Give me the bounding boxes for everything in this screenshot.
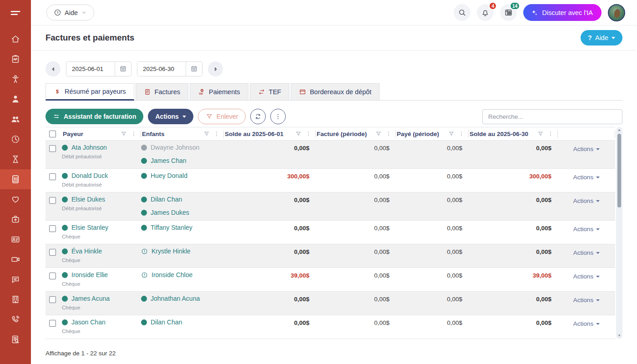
column-header-solde-au-2025-06-01[interactable]: Solde au 2025-06-01 xyxy=(224,130,316,138)
payer-link[interactable]: Jason Chan xyxy=(71,318,106,326)
sidebar-item-report[interactable] xyxy=(0,329,31,349)
column-header-enfants[interactable]: Enfants xyxy=(141,130,224,138)
sidebar-item-video[interactable] xyxy=(0,249,31,269)
payer-status-dot xyxy=(62,145,68,151)
remove-filter-button[interactable]: Enlever xyxy=(198,109,246,124)
sidebar-item-medkit[interactable] xyxy=(0,209,31,229)
child-link[interactable]: Dilan Chan xyxy=(151,318,182,326)
payer-link[interactable]: Donald Duck xyxy=(71,172,108,179)
column-header-facture-periode[interactable]: Facturé (période) xyxy=(316,130,396,138)
row-checkbox[interactable] xyxy=(49,173,56,180)
page-help-button[interactable]: Aide xyxy=(581,30,622,46)
payer-status-dot xyxy=(62,197,68,202)
select-all-checkbox[interactable] xyxy=(49,131,56,137)
caret-down-icon xyxy=(596,228,600,230)
tab-factures[interactable]: Factures xyxy=(136,83,188,101)
child-link[interactable]: James Dukes xyxy=(151,209,189,216)
deposit-icon xyxy=(299,88,306,96)
chevron-down-icon xyxy=(81,10,87,15)
dollar-icon: $ xyxy=(54,88,61,95)
sidebar-item-building[interactable] xyxy=(0,289,31,309)
schedule-button[interactable]: 14 xyxy=(500,4,517,21)
previous-period-button[interactable] xyxy=(46,61,61,76)
column-header-paye-periode[interactable]: Payé (période) xyxy=(396,130,469,138)
end-date-calendar-button[interactable] xyxy=(186,62,202,76)
column-header-icons xyxy=(535,131,557,137)
chat-ai-button[interactable]: Discuter avec l'IA xyxy=(523,4,602,21)
row-actions-button[interactable]: Actions xyxy=(573,174,600,181)
child-link[interactable]: Ironside Chloe xyxy=(152,271,192,278)
tab-bordereaux-de-depot[interactable]: Bordereaux de dépôt xyxy=(291,83,379,101)
sidebar-item-activity[interactable] xyxy=(0,49,31,69)
sidebar-item-clock[interactable] xyxy=(0,129,31,149)
hamburger-menu-button[interactable] xyxy=(0,0,31,26)
actions-dropdown-button[interactable]: Actions xyxy=(148,109,193,124)
opening-balance-value: 0,00$ xyxy=(224,318,316,334)
child-link[interactable]: Huey Donald xyxy=(151,172,187,179)
child-link[interactable]: Dwayne Johnson xyxy=(151,144,199,151)
child-link[interactable]: Dilan Chan xyxy=(151,196,182,203)
sidebar-item-heart[interactable] xyxy=(0,189,31,209)
table-vertical-scrollbar[interactable]: ▲ ▼ xyxy=(616,127,622,339)
payer-link[interactable]: James Acuna xyxy=(71,295,110,302)
sidebar-item-chat[interactable] xyxy=(0,269,31,289)
sidebar-item-families[interactable] xyxy=(0,109,31,129)
child-link[interactable]: James Chan xyxy=(151,157,187,164)
triangle-right-icon xyxy=(212,66,219,73)
child-link[interactable]: Tiffany Stanley xyxy=(151,224,192,231)
sidebar-item-hourglass[interactable] xyxy=(0,149,31,169)
scrollbar-thumb[interactable] xyxy=(617,134,621,207)
payer-link[interactable]: Elsie Dukes xyxy=(71,196,105,203)
row-checkbox[interactable] xyxy=(49,320,56,327)
row-actions-button[interactable]: Actions xyxy=(573,197,600,204)
more-options-button[interactable] xyxy=(270,109,286,124)
payer-link[interactable]: Elsie Stanley xyxy=(71,224,108,231)
user-avatar[interactable] xyxy=(608,4,625,21)
tab-resume-par-payeurs[interactable]: $Résumé par payeurs xyxy=(46,83,134,101)
sidebar-item-idcard[interactable] xyxy=(0,229,31,249)
scrollbar-up-arrow[interactable]: ▲ xyxy=(616,128,622,132)
row-actions-button[interactable]: Actions xyxy=(573,273,600,280)
column-header-payeur[interactable]: Payeur xyxy=(62,130,141,138)
sidebar-item-home[interactable] xyxy=(0,29,31,49)
start-date-calendar-button[interactable] xyxy=(115,62,131,76)
search-button[interactable] xyxy=(454,4,470,21)
help-dropdown-button[interactable]: ? Aide xyxy=(46,5,94,20)
row-actions-button[interactable]: Actions xyxy=(573,249,600,256)
payer-link[interactable]: Ironside Ellie xyxy=(71,271,108,278)
row-checkbox[interactable] xyxy=(49,249,56,256)
billing-assistant-button[interactable]: Assistant de facturation xyxy=(46,109,143,124)
children-cell: Dilan Chan xyxy=(141,318,224,334)
refresh-button[interactable] xyxy=(250,109,266,124)
child-link[interactable]: Krystle Hinkle xyxy=(152,248,191,255)
sidebar-item-staff[interactable] xyxy=(0,89,31,109)
payer-link[interactable]: Éva Hinkle xyxy=(71,248,102,255)
row-checkbox[interactable] xyxy=(49,296,56,303)
row-actions-button[interactable]: Actions xyxy=(573,320,600,327)
table-search-input[interactable] xyxy=(482,109,622,124)
row-actions-cell: Actions xyxy=(558,172,615,188)
scrollbar-down-arrow[interactable]: ▼ xyxy=(616,334,622,338)
start-date-input[interactable] xyxy=(66,62,115,76)
row-actions-button[interactable]: Actions xyxy=(573,297,600,303)
staff-icon xyxy=(10,94,20,104)
children-cell: Dilan ChanJames Dukes xyxy=(141,196,224,216)
child-link[interactable]: Johnathan Acuna xyxy=(151,295,200,302)
sidebar-item-billing[interactable]: $ xyxy=(0,169,31,189)
row-checkbox-cell xyxy=(46,172,62,188)
row-checkbox[interactable] xyxy=(49,145,56,152)
row-checkbox[interactable] xyxy=(49,197,56,204)
tab-tef[interactable]: TEF xyxy=(250,83,289,101)
payer-link[interactable]: Ata Johnson xyxy=(71,144,107,151)
notifications-button[interactable]: 4 xyxy=(477,4,494,21)
next-period-button[interactable] xyxy=(208,61,223,76)
sidebar-item-child[interactable] xyxy=(0,69,31,89)
column-header-solde-au-2025-06-30[interactable]: Solde au 2025-06-30 xyxy=(469,130,558,138)
row-checkbox[interactable] xyxy=(49,225,56,232)
row-checkbox[interactable] xyxy=(49,273,56,279)
sidebar-item-phone[interactable] xyxy=(0,309,31,329)
row-actions-button[interactable]: Actions xyxy=(573,226,600,233)
row-actions-button[interactable]: Actions xyxy=(573,146,600,152)
end-date-input[interactable] xyxy=(137,62,186,76)
tab-paiements[interactable]: $Paiements xyxy=(190,83,248,101)
